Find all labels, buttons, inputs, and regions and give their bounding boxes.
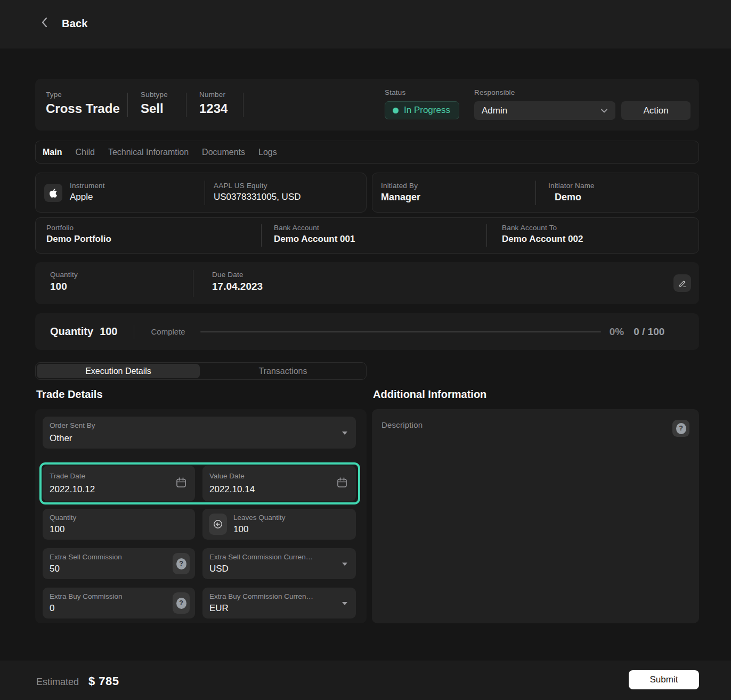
extra-sell-commission-value: 50 — [50, 564, 60, 574]
trade-details-title: Trade Details — [36, 388, 103, 401]
extra-buy-commission-currency-select[interactable]: Extra Buy Commission Curren… EUR — [202, 588, 356, 618]
order-sent-by-label: Order Sent By — [50, 421, 95, 429]
extra-buy-commission-value: 0 — [50, 603, 54, 614]
extra-buy-commission-currency-label: Extra Buy Commission Curren… — [209, 592, 313, 600]
quantity-value: 100 — [50, 281, 78, 292]
tab-bar: Main Child Technical Inforamtion Documen… — [35, 141, 699, 164]
segment-transactions[interactable]: Transactions — [201, 364, 365, 378]
description-textarea[interactable]: Description ? — [372, 409, 699, 623]
caret-down-icon — [342, 563, 347, 566]
progress-quantity-label: Quantity — [50, 325, 93, 337]
initiation-card: Initiated By Manager Initiator Name Demo — [372, 173, 699, 213]
responsible-label: Responsible — [474, 88, 515, 96]
divider — [186, 93, 186, 117]
divider — [486, 224, 487, 247]
leaves-quantity-label: Leaves Quantity — [233, 514, 286, 522]
trade-date-value: 2022.10.12 — [50, 484, 95, 495]
progress-card: Quantity100 Complete 0% 0 / 100 — [35, 313, 699, 350]
value-date-field[interactable]: Value Date 2022.10.14 — [202, 466, 356, 501]
tab-documents[interactable]: Documents — [202, 148, 245, 157]
order-sent-by-select[interactable]: Order Sent By Other — [43, 417, 356, 449]
details-segmented-control: Execution Details Transactions — [35, 362, 367, 380]
initiator-name-field: Initiator Name Demo — [548, 182, 595, 203]
subtype-value: Sell — [141, 101, 164, 116]
calendar-icon[interactable] — [336, 476, 348, 491]
action-button[interactable]: Action — [621, 101, 691, 120]
tab-technical-information[interactable]: Technical Inforamtion — [108, 148, 189, 157]
initiated-by-label: Initiated By — [381, 182, 420, 190]
order-sent-by-value: Other — [50, 433, 72, 444]
question-mark-icon: ? — [676, 423, 686, 434]
progress-percent: 0% — [610, 326, 624, 338]
bank-account-to-value: Demo Account 002 — [502, 234, 583, 245]
status-dot-icon — [393, 108, 399, 113]
help-button[interactable]: ? — [672, 420, 689, 437]
number-value: 1234 — [199, 101, 228, 116]
due-date-label: Due Date — [212, 271, 263, 279]
status-badge: In Progress — [385, 101, 459, 119]
quantity-input-label: Quantity — [50, 514, 76, 522]
type-label: Type — [46, 91, 62, 99]
edit-button[interactable] — [673, 274, 691, 292]
bank-account-field: Bank Account Demo Account 001 — [274, 224, 355, 245]
initiator-name-value: Demo — [555, 192, 595, 203]
portfolio-value: Demo Portfolio — [46, 234, 111, 245]
extra-sell-commission-input[interactable]: Extra Sell Commission 50 ? — [43, 548, 195, 579]
tab-child[interactable]: Child — [75, 148, 94, 157]
caret-down-icon — [342, 602, 347, 605]
responsible-select[interactable]: Admin — [474, 101, 615, 120]
estimated-currency: $ — [88, 674, 95, 688]
quantity-input-value: 100 — [50, 524, 64, 535]
extra-buy-commission-currency-value: EUR — [209, 603, 229, 614]
extra-sell-commission-label: Extra Sell Commission — [50, 553, 122, 561]
divider — [134, 325, 134, 339]
trade-detail-screen: Back Type Cross Trade Subtype Sell Numbe… — [0, 0, 731, 700]
help-button[interactable]: ? — [173, 592, 190, 614]
bank-account-to-field: Bank Account To Demo Account 002 — [502, 224, 583, 245]
responsible-value: Admin — [482, 105, 507, 116]
extra-buy-commission-label: Extra Buy Commission — [50, 592, 123, 600]
chevron-left-icon — [39, 16, 50, 31]
initiated-by-field: Initiated By Manager — [381, 182, 420, 203]
submit-button[interactable]: Submit — [629, 670, 699, 689]
instrument-field: Instrument Apple — [70, 182, 105, 202]
progress-ratio: 0 / 100 — [633, 326, 664, 338]
extra-buy-commission-input[interactable]: Extra Buy Commission 0 ? — [43, 588, 195, 618]
trade-header-card: Type Cross Trade Subtype Sell Number 123… — [35, 79, 699, 131]
divider — [205, 181, 205, 205]
tab-logs[interactable]: Logs — [258, 148, 277, 157]
calendar-icon[interactable] — [175, 476, 188, 491]
order-summary-card: Quantity 100 Due Date 17.04.2023 — [35, 262, 699, 304]
bank-account-label: Bank Account — [274, 224, 355, 232]
segment-execution-details[interactable]: Execution Details — [37, 364, 200, 378]
trade-details-panel: Order Sent By Other Trade Date 2022.10.1… — [35, 409, 367, 623]
help-button[interactable]: ? — [173, 553, 190, 574]
instrument-value: Apple — [70, 192, 105, 202]
description-placeholder: Description — [381, 420, 423, 429]
back-button[interactable]: Back — [39, 16, 88, 31]
instrument-label: Instrument — [70, 182, 105, 190]
question-mark-icon: ? — [176, 598, 186, 609]
progress-bar — [200, 331, 601, 332]
status-label: Status — [385, 88, 405, 96]
quantity-field: Quantity 100 — [50, 271, 78, 292]
bank-account-value: Demo Account 001 — [274, 234, 355, 245]
extra-sell-commission-currency-select[interactable]: Extra Sell Commission Curren… USD — [202, 548, 356, 579]
value-date-label: Value Date — [209, 472, 245, 480]
apple-logo-icon — [44, 184, 62, 202]
divider — [127, 93, 128, 117]
back-label: Back — [62, 18, 88, 30]
portfolio-label: Portfolio — [46, 224, 111, 232]
leaves-quantity-field[interactable]: Leaves Quantity 100 — [202, 509, 356, 540]
trade-date-field[interactable]: Trade Date 2022.10.12 — [43, 466, 195, 501]
divider — [243, 93, 243, 117]
divider — [261, 224, 262, 247]
chevron-down-icon — [599, 106, 609, 116]
initiated-by-value: Manager — [381, 192, 420, 203]
quantity-input[interactable]: Quantity 100 — [43, 509, 195, 540]
estimated-label: Estimated — [36, 677, 79, 688]
divider — [535, 181, 536, 205]
number-label: Number — [199, 91, 225, 99]
tab-main[interactable]: Main — [43, 148, 62, 157]
additional-information-title: Additional Information — [373, 388, 486, 401]
